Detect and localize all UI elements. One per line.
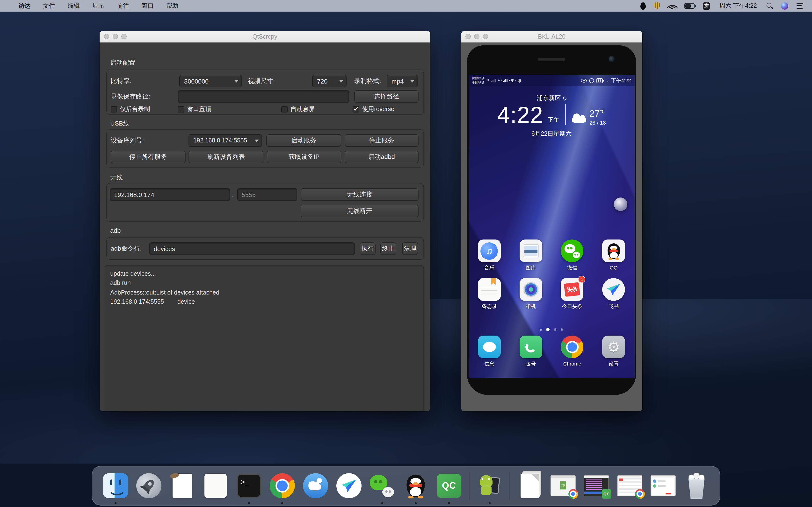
- checkbox-box[interactable]: [281, 106, 288, 112]
- adb-terminate-button[interactable]: 终止: [380, 242, 396, 255]
- phone-window-titlebar[interactable]: BKL-AL20: [461, 31, 642, 43]
- app-toutiao[interactable]: 头条1 今日头条: [554, 278, 590, 310]
- assistive-ball[interactable]: [614, 198, 627, 211]
- dock-item-feishu[interactable]: [336, 471, 362, 501]
- app-settings[interactable]: ⚙ 设置: [596, 336, 631, 368]
- refresh-device-list-button[interactable]: 刷新设备列表: [189, 151, 263, 163]
- menu-item-window[interactable]: 窗口: [142, 2, 154, 10]
- checkbox-box[interactable]: [178, 106, 184, 112]
- dock-item-qtscrcpy[interactable]: QC: [436, 471, 463, 501]
- video-size-combobox[interactable]: 720: [312, 75, 347, 88]
- clock-weather-widget[interactable]: 浦东新区 4:22 下午 27℃ 28 / 18: [469, 94, 635, 138]
- bitrate-value: 8000000: [184, 77, 232, 85]
- dock-item-scrcpy-android[interactable]: [476, 471, 503, 501]
- menu-item-file[interactable]: 文件: [43, 2, 55, 10]
- dock-item-minimized-qtscrcpy-code-window[interactable]: QC: [583, 471, 610, 501]
- app-dialer[interactable]: 拨号: [513, 336, 549, 368]
- checkbox-label: 自动息屏: [291, 105, 315, 113]
- dock-item-minimized-chrome-browser-window[interactable]: [616, 471, 643, 501]
- wireless-ip-input[interactable]: [110, 188, 230, 201]
- dock-item-mail[interactable]: [169, 471, 196, 501]
- search-icon[interactable]: [766, 2, 773, 9]
- app-label: 飞书: [609, 303, 619, 310]
- checkbox-box[interactable]: ✔: [353, 106, 359, 112]
- choose-path-button[interactable]: 选择路径: [354, 90, 418, 103]
- dock-item-wechat[interactable]: [369, 471, 396, 501]
- dock-item-qq[interactable]: [402, 471, 429, 501]
- wechat-icon: [370, 473, 395, 498]
- wifi-icon[interactable]: [668, 3, 676, 9]
- qtscrcpy-qc-icon: QC: [437, 474, 461, 498]
- start-adbd-button[interactable]: 启动adbd: [345, 151, 418, 163]
- app-label: 微信: [567, 265, 577, 271]
- app-feishu[interactable]: 飞书: [596, 278, 631, 310]
- dock-item-minimized-qq-chat-window[interactable]: [650, 471, 677, 501]
- dock-item-finder[interactable]: [102, 471, 129, 501]
- window-title: QtScrcpy: [100, 33, 430, 40]
- dock-item-chrome[interactable]: [269, 471, 296, 501]
- menu-item-help[interactable]: 帮助: [166, 2, 179, 10]
- app-qq[interactable]: QQ: [596, 239, 631, 271]
- qtscrcpy-titlebar[interactable]: QtScrcpy: [100, 31, 430, 43]
- wechat-icon: [561, 239, 583, 262]
- phone-screen[interactable]: 优酷移动 中国联通 3G 4G ψ: [469, 75, 635, 378]
- shield-icon[interactable]: [654, 2, 660, 9]
- input-method-icon[interactable]: 拼: [703, 2, 710, 9]
- wireless-connect-button[interactable]: 无线连接: [301, 188, 418, 201]
- dock-item-trash[interactable]: [683, 471, 710, 501]
- menu-item-finder[interactable]: 访达: [18, 2, 31, 10]
- checkbox-window-on-top[interactable]: 窗口置顶: [178, 105, 211, 113]
- section-label-usb: USB线: [110, 119, 129, 128]
- menu-item-edit[interactable]: 编辑: [68, 2, 80, 10]
- bitrate-combobox[interactable]: 8000000: [179, 75, 242, 88]
- wireless-port-input[interactable]: [237, 188, 297, 201]
- battery-icon: 38: [596, 78, 603, 83]
- menu-bar-clock[interactable]: 周六 下午4:22: [719, 2, 757, 10]
- stop-all-services-button[interactable]: 停止所有服务: [111, 151, 186, 163]
- menu-item-go[interactable]: 前往: [117, 2, 129, 10]
- app-messages[interactable]: 信息: [471, 336, 507, 368]
- stop-service-button[interactable]: 停止服务: [345, 134, 418, 147]
- checkbox-use-reverse[interactable]: ✔ 使用reverse: [353, 105, 394, 113]
- adb-execute-button[interactable]: 执行: [360, 242, 375, 255]
- app-gallery[interactable]: 图库: [513, 239, 549, 271]
- get-device-ip-button[interactable]: 获取设备IP: [267, 151, 341, 163]
- dock-item-launchpad[interactable]: [135, 471, 162, 501]
- start-service-button[interactable]: 启动服务: [266, 134, 341, 147]
- record-path-input[interactable]: [178, 90, 349, 103]
- qq-badge-icon: [668, 489, 678, 499]
- window-thumbnail: 坤: [551, 475, 576, 496]
- menu-item-view[interactable]: 显示: [92, 2, 104, 10]
- checkbox-box[interactable]: [111, 106, 117, 112]
- dock-item-seal-app[interactable]: [302, 471, 329, 501]
- battery-icon[interactable]: [684, 3, 695, 8]
- device-serial-combobox[interactable]: 192.168.0.174:5555: [189, 134, 262, 147]
- adb-clear-button[interactable]: 清理: [402, 242, 418, 255]
- checkbox-auto-screen-off[interactable]: 自动息屏: [281, 105, 315, 113]
- adb-command-input[interactable]: [149, 242, 355, 255]
- status-right-cluster: 38 ϟ 下午4:22: [581, 77, 631, 84]
- feishu-icon: [607, 284, 620, 295]
- notification-center-icon[interactable]: [797, 3, 803, 9]
- qq-penguin-icon[interactable]: [641, 2, 646, 9]
- app-label: 相机: [526, 303, 536, 310]
- record-path-label: 录像保存路径:: [111, 90, 177, 103]
- chrome-badge-icon: [568, 489, 578, 499]
- checkbox-background-record[interactable]: 仅后台录制: [111, 105, 150, 113]
- siri-icon[interactable]: [781, 2, 788, 9]
- dock-item-documents-stack[interactable]: [516, 471, 543, 501]
- app-music[interactable]: ♫ 音乐: [471, 239, 507, 271]
- app-wechat[interactable]: 微信: [554, 239, 590, 271]
- app-camera[interactable]: 相机: [513, 278, 549, 310]
- record-format-combobox[interactable]: mp4: [387, 75, 418, 88]
- app-memo[interactable]: 备忘录: [471, 278, 507, 310]
- app-chrome[interactable]: Chrome: [554, 336, 590, 368]
- dock-item-terminal[interactable]: >_: [236, 471, 262, 501]
- dock-item-notes[interactable]: [202, 471, 229, 501]
- adb-log-output[interactable]: update devices...adb runAdbProcess::out:…: [105, 265, 424, 411]
- app-label: 今日头条: [562, 303, 582, 310]
- wireless-disconnect-button[interactable]: 无线断开: [301, 205, 418, 217]
- phone-dock-row: 信息 拨号 Chrome ⚙ 设置: [469, 336, 635, 368]
- dock-item-minimized-chrome-window[interactable]: 坤: [550, 471, 576, 501]
- carrier-labels: 优酷移动 中国联通: [472, 76, 485, 84]
